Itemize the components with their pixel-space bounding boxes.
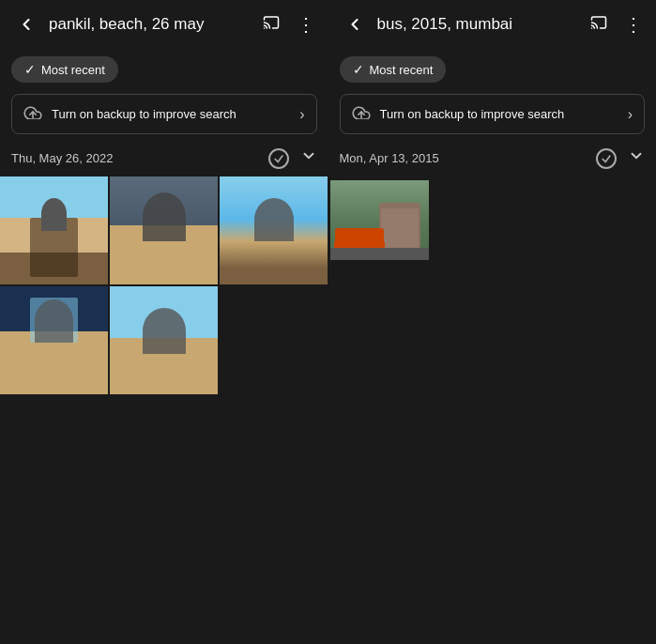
select-all-button-left[interactable] [268, 148, 289, 169]
chip-label-right: Most recent [370, 63, 434, 77]
date-label-left: Thu, May 26, 2022 [11, 151, 268, 165]
single-photo-area [328, 176, 657, 260]
photo-grid-left [0, 176, 328, 394]
photo-cell-1[interactable] [0, 176, 108, 284]
photo-cell-2[interactable] [110, 176, 218, 284]
collapse-button-right[interactable] [628, 147, 645, 169]
date-row-right: Mon, Apr 13, 2015 [328, 144, 657, 176]
most-recent-chip-right[interactable]: ✓ Most recent [340, 56, 447, 83]
cloud-icon-left [23, 104, 42, 124]
most-recent-chip-left[interactable]: ✓ Most recent [11, 56, 118, 83]
back-button-left[interactable] [11, 9, 41, 39]
select-all-button-right[interactable] [596, 148, 617, 169]
filter-bar-left: ✓ Most recent [0, 49, 328, 90]
photo-cell-3[interactable] [220, 176, 328, 284]
photo-cell-5[interactable] [110, 286, 218, 394]
photo-grid-container-left [0, 176, 328, 394]
panel-right: bus, 2015, mumbai ⋮ ✓ Most recent [328, 0, 657, 644]
date-icons-right [596, 147, 645, 169]
header-right: bus, 2015, mumbai ⋮ [328, 0, 657, 49]
filter-bar-right: ✓ Most recent [328, 49, 657, 90]
backup-arrow-right: › [628, 106, 633, 123]
photo-cell-4[interactable] [0, 286, 108, 394]
check-icon-left: ✓ [24, 62, 36, 77]
header-icons-right: ⋮ [587, 13, 645, 36]
date-row-left: Thu, May 26, 2022 [0, 144, 328, 176]
check-icon-right: ✓ [353, 62, 364, 77]
collapse-button-left[interactable] [300, 147, 317, 169]
panel-left: pankil, beach, 26 may ⋮ ✓ Most recent [0, 0, 328, 644]
more-menu-button-left[interactable]: ⋮ [295, 13, 317, 36]
cloud-icon-right [352, 104, 371, 124]
backup-arrow-left: › [299, 106, 304, 123]
back-button-right[interactable] [340, 9, 370, 39]
backup-banner-left[interactable]: Turn on backup to improve search › [11, 94, 317, 134]
cast-icon-right[interactable] [587, 14, 611, 35]
header-left: pankil, beach, 26 may ⋮ [0, 0, 328, 49]
more-menu-button-right[interactable]: ⋮ [622, 13, 645, 36]
date-label-right: Mon, Apr 13, 2015 [340, 151, 597, 165]
chip-label-left: Most recent [41, 63, 105, 77]
backup-banner-right[interactable]: Turn on backup to improve search › [340, 94, 646, 134]
header-icons-left: ⋮ [259, 13, 317, 36]
backup-text-left: Turn on backup to improve search [52, 107, 290, 121]
backup-text-right: Turn on backup to improve search [380, 107, 618, 121]
bus-photo-cell[interactable] [330, 180, 429, 260]
cast-icon-left[interactable] [259, 14, 283, 35]
date-icons-left [268, 147, 317, 169]
header-title-right: bus, 2015, mumbai [377, 15, 587, 34]
header-title-left: pankil, beach, 26 may [49, 15, 259, 34]
